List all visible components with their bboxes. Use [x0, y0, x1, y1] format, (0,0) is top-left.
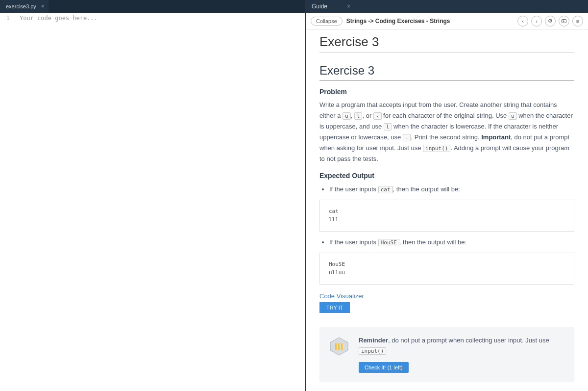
code-visualizer-link[interactable]: Code Visualizer	[319, 292, 364, 300]
page-title: Exercise 3	[319, 34, 574, 53]
annotation-icon[interactable]	[559, 16, 569, 26]
guide-panel: Guide × Collapse Strings -> Coding Exerc…	[306, 0, 588, 391]
prev-icon[interactable]: ‹	[517, 16, 528, 26]
guide-tab-label[interactable]: Guide	[312, 3, 327, 10]
menu-icon[interactable]: ≡	[572, 16, 583, 26]
tab-filename: exercise3.py	[6, 3, 36, 9]
editor-tab[interactable]: exercise3.py ×	[0, 0, 49, 13]
breadcrumb: Strings -> Coding Exercises - Strings	[346, 18, 450, 25]
line-number: 1	[0, 15, 20, 22]
guide-toolbar: Collapse Strings -> Coding Exercises - S…	[306, 13, 588, 29]
example-2-desc: If the user inputs HouSE, then the outpu…	[329, 238, 574, 246]
reminder-box: Reminder, do not put a prompt when colle…	[319, 327, 574, 382]
svg-rect-2	[335, 343, 337, 350]
example-1-output: cat lll	[319, 200, 574, 232]
svg-rect-4	[341, 343, 343, 350]
check-it-button[interactable]: Check It! (1 left)	[359, 362, 409, 373]
try-it-button[interactable]: TRY IT	[319, 302, 350, 313]
gear-icon[interactable]: ⚙	[545, 16, 556, 26]
example-2-output: HouSE ulluu	[319, 253, 574, 285]
guide-tab-bar: Guide ×	[306, 0, 588, 13]
svg-rect-3	[338, 343, 340, 350]
problem-text: Write a program that accepts input from …	[319, 100, 574, 165]
editor-panel: exercise3.py × 1 Your code goes here...	[0, 0, 306, 391]
reminder-text: Reminder, do not put a prompt when colle…	[359, 336, 565, 356]
reminder-icon	[328, 336, 350, 357]
collapse-button[interactable]: Collapse	[311, 17, 343, 26]
code-editor[interactable]: 1 Your code goes here...	[0, 13, 305, 391]
guide-content: Exercise 3 Exercise 3 Problem Write a pr…	[306, 29, 588, 391]
expected-heading: Expected Output	[319, 172, 574, 180]
section-title: Exercise 3	[319, 64, 574, 81]
close-icon[interactable]: ×	[347, 3, 350, 10]
problem-heading: Problem	[319, 88, 574, 96]
editor-tab-bar: exercise3.py ×	[0, 0, 305, 13]
close-icon[interactable]: ×	[41, 3, 45, 10]
editor-placeholder: Your code goes here...	[20, 15, 98, 22]
example-1-desc: If the user inputs cat, then the output …	[329, 185, 574, 193]
next-icon[interactable]: ›	[531, 16, 542, 26]
